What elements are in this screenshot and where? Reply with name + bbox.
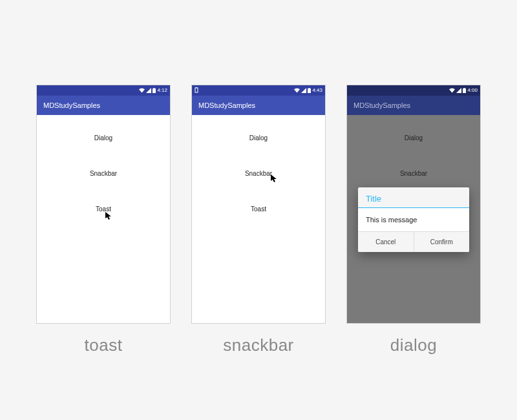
svg-rect-4 bbox=[308, 89, 311, 93]
toast-button[interactable]: Toast bbox=[251, 205, 266, 213]
snackbar-button[interactable]: Snackbar bbox=[245, 170, 272, 177]
cancel-button[interactable]: Cancel bbox=[358, 232, 414, 252]
status-bar: 4:00 bbox=[347, 85, 480, 96]
column-snackbar: 4:43 MDStudySamples Dialog Snackbar Toas… bbox=[191, 85, 326, 355]
dialog-overlay[interactable]: Title This is message Cancel Confirm bbox=[347, 115, 480, 323]
svg-rect-6 bbox=[463, 89, 466, 93]
battery-icon bbox=[153, 88, 156, 93]
svg-rect-7 bbox=[464, 88, 465, 89]
wifi-icon bbox=[294, 88, 300, 93]
caption-toast: toast bbox=[85, 335, 123, 355]
status-time: 4:00 bbox=[467, 87, 478, 93]
content-area: Dialog Snackbar Toast bbox=[37, 115, 170, 323]
dialog-button[interactable]: Dialog bbox=[249, 134, 268, 142]
signal-icon bbox=[301, 88, 306, 93]
dialog-title: Title bbox=[358, 187, 469, 208]
phone-snackbar: 4:43 MDStudySamples Dialog Snackbar Toas… bbox=[191, 85, 326, 324]
alert-dialog: Title This is message Cancel Confirm bbox=[358, 187, 469, 252]
app-title: MDStudySamples bbox=[353, 101, 410, 109]
phone-dialog: 4:00 MDStudySamples Dialog Snackbar Toas… bbox=[346, 85, 481, 324]
column-dialog: 4:00 MDStudySamples Dialog Snackbar Toas… bbox=[346, 85, 481, 355]
signal-icon bbox=[146, 88, 151, 93]
app-bar: MDStudySamples bbox=[347, 96, 480, 115]
phone-toast: 4:12 MDStudySamples Dialog Snackbar Toas… bbox=[36, 85, 171, 324]
dialog-actions: Cancel Confirm bbox=[358, 231, 469, 252]
caption-snackbar: snackbar bbox=[223, 335, 294, 355]
status-bar: 4:12 bbox=[37, 85, 170, 96]
screenshot-row: 4:12 MDStudySamples Dialog Snackbar Toas… bbox=[36, 85, 481, 355]
app-bar: MDStudySamples bbox=[192, 96, 325, 115]
wifi-icon bbox=[449, 88, 455, 93]
app-bar: MDStudySamples bbox=[37, 96, 170, 115]
toast-button[interactable]: Toast bbox=[96, 205, 111, 213]
caption-dialog: dialog bbox=[390, 335, 437, 355]
battery-icon bbox=[308, 88, 311, 93]
snackbar-button[interactable]: Snackbar bbox=[90, 170, 117, 177]
svg-rect-0 bbox=[153, 89, 156, 93]
app-title: MDStudySamples bbox=[43, 101, 100, 109]
dialog-button[interactable]: Dialog bbox=[94, 134, 112, 142]
battery-icon bbox=[463, 88, 466, 93]
status-time: 4:43 bbox=[312, 87, 322, 93]
dialog-message: This is message bbox=[358, 208, 469, 231]
notification-icon bbox=[195, 87, 198, 93]
signal-icon bbox=[456, 88, 461, 93]
status-bar: 4:43 bbox=[192, 85, 325, 96]
svg-rect-2 bbox=[195, 88, 198, 92]
app-title: MDStudySamples bbox=[198, 101, 255, 109]
column-toast: 4:12 MDStudySamples Dialog Snackbar Toas… bbox=[36, 85, 171, 355]
svg-rect-5 bbox=[309, 88, 310, 89]
svg-rect-1 bbox=[154, 88, 155, 89]
confirm-button[interactable]: Confirm bbox=[414, 232, 470, 252]
wifi-icon bbox=[139, 88, 145, 93]
cursor-icon bbox=[105, 212, 112, 221]
svg-rect-3 bbox=[196, 87, 197, 88]
status-time: 4:12 bbox=[157, 87, 167, 93]
content-area: Dialog Snackbar Toast bbox=[192, 115, 325, 323]
